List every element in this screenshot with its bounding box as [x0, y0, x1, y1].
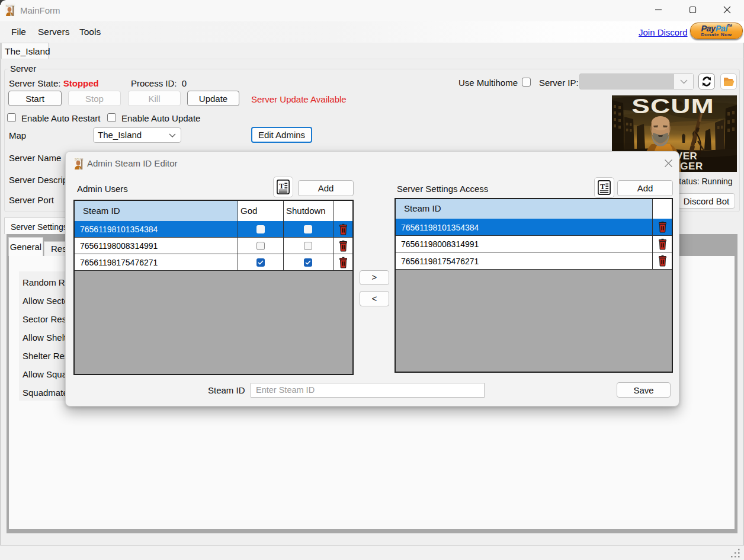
svg-text:T: T — [279, 182, 284, 190]
svg-text:SCUM: SCUM — [631, 95, 714, 118]
svg-text:T: T — [600, 183, 605, 191]
